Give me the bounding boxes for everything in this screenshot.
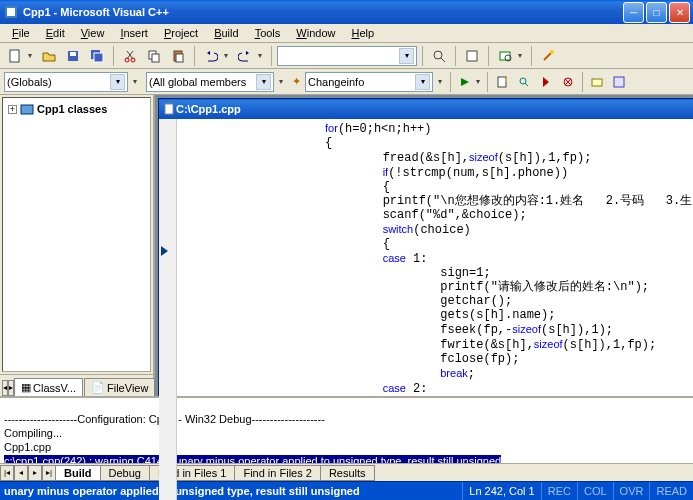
menu-view[interactable]: View — [73, 25, 113, 41]
svg-point-17 — [550, 50, 554, 54]
editor-titlebar: C:\Cpp1.cpp ─ □ ✕ — [159, 99, 693, 119]
status-rec: REC — [541, 482, 577, 500]
standard-toolbar: ▾ ▾ ▾ ▾ ▾ — [0, 43, 693, 69]
svg-rect-14 — [467, 51, 477, 61]
main-area: + Cpp1 classes ◂ ▸ ▦ ClassV... 📄 FileVie… — [0, 95, 693, 396]
file-icon — [162, 102, 176, 116]
menu-edit[interactable]: Edit — [38, 25, 73, 41]
svg-rect-24 — [165, 104, 173, 114]
minimize-button[interactable]: ─ — [623, 2, 644, 23]
svg-rect-10 — [152, 54, 159, 62]
menu-tools[interactable]: Tools — [247, 25, 289, 41]
tab-build[interactable]: Build — [55, 465, 101, 481]
redo-button[interactable] — [234, 45, 256, 67]
output-text[interactable]: --------------------Configuration: Cpp1 … — [0, 398, 693, 463]
new-button[interactable] — [4, 45, 26, 67]
class-tree[interactable]: + Cpp1 classes — [2, 97, 151, 372]
menu-file[interactable]: File — [4, 25, 38, 41]
undo-dropdown[interactable]: ▾ — [224, 51, 232, 60]
out-scroll-left[interactable]: ◂ — [14, 465, 28, 481]
svg-rect-4 — [70, 52, 76, 56]
menu-bar: File Edit View Insert Project Build Tool… — [0, 24, 693, 43]
menu-insert[interactable]: Insert — [112, 25, 156, 41]
tab-fileview[interactable]: 📄 FileView — [84, 378, 155, 396]
mdi-area: C:\Cpp1.cpp ─ □ ✕ for(h=0;h<n;h++) { fre… — [155, 95, 693, 396]
menu-window[interactable]: Window — [288, 25, 343, 41]
cut-button[interactable] — [119, 45, 141, 67]
out-scroll-home[interactable]: |◂ — [0, 465, 14, 481]
wizard-new-button[interactable] — [491, 71, 513, 93]
out-scroll-right[interactable]: ▸ — [28, 465, 42, 481]
svg-rect-22 — [614, 77, 624, 87]
svg-rect-21 — [592, 79, 602, 86]
wizard-action-button[interactable] — [535, 71, 557, 93]
tab-classview[interactable]: ▦ ClassV... — [14, 378, 83, 396]
workspace-panel: + Cpp1 classes ◂ ▸ ▦ ClassV... 📄 FileVie… — [0, 95, 155, 396]
svg-rect-12 — [176, 54, 183, 62]
tab-find2[interactable]: Find in Files 2 — [234, 465, 320, 481]
save-button[interactable] — [62, 45, 84, 67]
output-tabs: |◂ ◂ ▸ ▸| Build Debug Find in Files 1 Fi… — [0, 463, 693, 481]
svg-point-13 — [434, 51, 442, 59]
main-titlebar: Cpp1 - Microsoft Visual C++ ─ □ ✕ — [0, 0, 693, 24]
members-dropdown[interactable]: ▾ — [274, 77, 288, 86]
folder-icon — [20, 103, 34, 115]
wizard-toolbar: (Globals)▾ ▾ (All global members▾ ▾ ✦ Ch… — [0, 69, 693, 95]
breakpoint-button[interactable] — [557, 71, 579, 93]
svg-rect-6 — [94, 53, 103, 62]
function-dropdown[interactable]: ▾ — [433, 77, 447, 86]
paste-button[interactable] — [167, 45, 189, 67]
fileview-icon: 📄 — [91, 381, 105, 394]
out-scroll-end[interactable]: ▸| — [42, 465, 56, 481]
find-in-files-button[interactable] — [494, 45, 516, 67]
scope-combo[interactable]: (Globals)▾ — [4, 72, 128, 92]
status-read: READ — [649, 482, 693, 500]
source-browser-button[interactable] — [461, 45, 483, 67]
editor-title: C:\Cpp1.cpp — [176, 103, 693, 115]
status-bar: unary minus operator applied to unsigned… — [0, 481, 693, 500]
status-ovr: OVR — [613, 482, 650, 500]
copy-button[interactable] — [143, 45, 165, 67]
menu-build[interactable]: Build — [206, 25, 246, 41]
save-all-button[interactable] — [86, 45, 108, 67]
classview-icon: ▦ — [21, 381, 31, 394]
undo-button[interactable] — [200, 45, 222, 67]
workspace-tabs: ◂ ▸ ▦ ClassV... 📄 FileView — [0, 374, 153, 396]
app-icon — [3, 4, 19, 20]
new-dropdown[interactable]: ▾ — [28, 51, 36, 60]
editor-gutter[interactable] — [159, 119, 177, 500]
find-in-files-dropdown[interactable]: ▾ — [518, 51, 526, 60]
svg-rect-18 — [498, 77, 506, 87]
status-col: COL — [577, 482, 613, 500]
tree-root-label: Cpp1 classes — [37, 103, 107, 115]
tab-debug[interactable]: Debug — [100, 465, 150, 481]
tree-root-item[interactable]: + Cpp1 classes — [7, 102, 146, 116]
go-button[interactable] — [454, 71, 476, 93]
status-position: Ln 242, Col 1 — [462, 482, 540, 500]
maximize-button[interactable]: □ — [646, 2, 667, 23]
wand-button[interactable] — [537, 45, 559, 67]
bookmark-icon — [161, 246, 168, 256]
redo-dropdown[interactable]: ▾ — [258, 51, 266, 60]
menu-help[interactable]: Help — [343, 25, 382, 41]
svg-rect-1 — [7, 8, 15, 16]
window-title: Cpp1 - Microsoft Visual C++ — [23, 6, 621, 18]
open-button[interactable] — [38, 45, 60, 67]
members-combo[interactable]: (All global members▾ — [146, 72, 274, 92]
expand-icon[interactable]: + — [8, 105, 17, 114]
output-panel: --------------------Configuration: Cpp1 … — [0, 396, 693, 481]
wizard-search-button[interactable] — [513, 71, 535, 93]
svg-rect-23 — [21, 105, 33, 114]
scope-dropdown[interactable]: ▾ — [128, 77, 142, 86]
output-button[interactable] — [586, 71, 608, 93]
status-message: unary minus operator applied to unsigned… — [0, 485, 462, 497]
svg-rect-2 — [10, 50, 19, 62]
close-button[interactable]: ✕ — [669, 2, 690, 23]
workspace-combo[interactable]: ▾ — [277, 46, 417, 66]
find-button[interactable] — [428, 45, 450, 67]
menu-project[interactable]: Project — [156, 25, 206, 41]
go-dropdown[interactable]: ▾ — [476, 77, 484, 86]
function-combo[interactable]: Changeinfo▾ — [305, 72, 433, 92]
tab-results[interactable]: Results — [320, 465, 375, 481]
registers-button[interactable] — [608, 71, 630, 93]
